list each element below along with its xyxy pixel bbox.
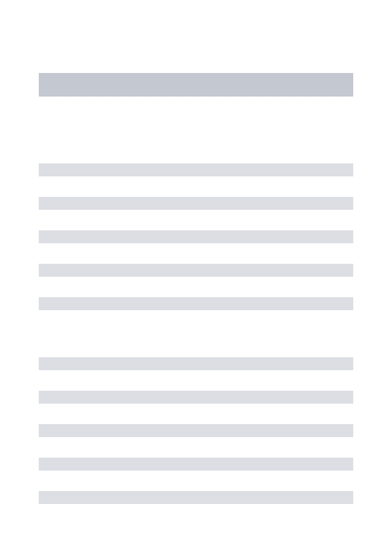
text-line-placeholder [39, 197, 353, 210]
text-line-placeholder [39, 163, 353, 176]
text-line-placeholder [39, 491, 353, 504]
page-skeleton [0, 0, 392, 504]
text-line-placeholder [39, 424, 353, 437]
text-line-placeholder [39, 391, 353, 404]
text-line-placeholder [39, 458, 353, 471]
text-line-placeholder [39, 297, 353, 310]
text-line-placeholder [39, 357, 353, 370]
text-line-placeholder [39, 264, 353, 277]
title-placeholder [39, 73, 353, 97]
text-line-placeholder [39, 230, 353, 243]
